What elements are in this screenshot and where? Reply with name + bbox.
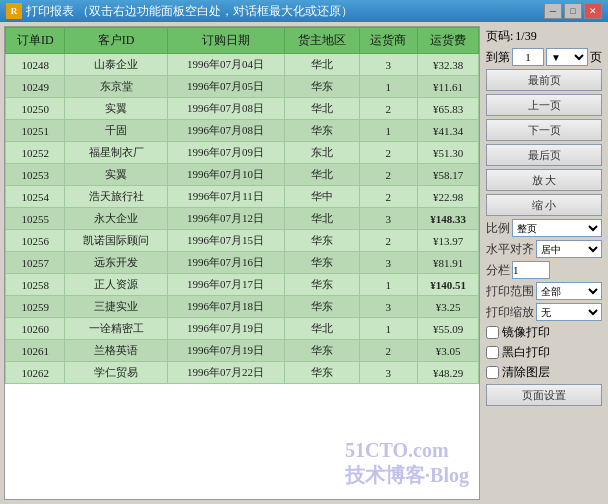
table-row: 10250实翼1996年07月08日华北2¥65.83 xyxy=(6,98,479,120)
table-cell: 华东 xyxy=(284,340,359,362)
table-cell: ¥65.83 xyxy=(418,98,479,120)
table-cell: ¥55.09 xyxy=(418,318,479,340)
table-cell: 10252 xyxy=(6,142,65,164)
table-cell: 10248 xyxy=(6,54,65,76)
zoom-out-button[interactable]: 缩 小 xyxy=(486,194,602,216)
mirror-print-checkbox[interactable] xyxy=(486,326,499,339)
table-cell: 10254 xyxy=(6,186,65,208)
page-select[interactable]: ▼ xyxy=(546,48,588,66)
table-cell: 正人资源 xyxy=(65,274,167,296)
table-cell: 1 xyxy=(359,120,418,142)
table-cell: ¥41.34 xyxy=(418,120,479,142)
table-row: 10256凯诺国际顾问1996年07月15日华东2¥13.97 xyxy=(6,230,479,252)
split-input[interactable] xyxy=(512,261,550,279)
table-cell: 1 xyxy=(359,318,418,340)
split-label: 分栏 xyxy=(486,262,510,279)
table-cell: 1996年07月18日 xyxy=(167,296,284,318)
table-row: 10261兰格英语1996年07月19日华东2¥3.05 xyxy=(6,340,479,362)
table-cell: 华东 xyxy=(284,230,359,252)
table-row: 10260一诠精密工1996年07月19日华北1¥55.09 xyxy=(6,318,479,340)
table-row: 10248山泰企业1996年07月04日华北3¥32.38 xyxy=(6,54,479,76)
table-cell: 10256 xyxy=(6,230,65,252)
table-cell: 3 xyxy=(359,296,418,318)
print-scale-label: 打印缩放 xyxy=(486,304,534,321)
table-panel: 订单ID 客户ID 订购日期 货主地区 运货商 运货费 10248山泰企业199… xyxy=(4,26,480,500)
page-info: 页码: 1/39 xyxy=(486,28,602,45)
table-cell: 10258 xyxy=(6,274,65,296)
table-cell: 1996年07月22日 xyxy=(167,362,284,384)
table-cell: 10250 xyxy=(6,98,65,120)
table-cell: 华东 xyxy=(284,120,359,142)
print-scale-select[interactable]: 无 xyxy=(536,303,602,321)
table-cell: ¥11.61 xyxy=(418,76,479,98)
table-cell: 1 xyxy=(359,274,418,296)
table-cell: 华东 xyxy=(284,274,359,296)
table-cell: 1996年07月15日 xyxy=(167,230,284,252)
table-cell: 福星制衣厂 xyxy=(65,142,167,164)
table-cell: ¥48.29 xyxy=(418,362,479,384)
app-icon: R xyxy=(6,3,22,19)
goto-label: 到第 xyxy=(486,49,510,66)
table-cell: 山泰企业 xyxy=(65,54,167,76)
clear-image-row: 清除图层 xyxy=(486,364,602,381)
table-cell: 华东 xyxy=(284,76,359,98)
page-setup-button[interactable]: 页面设置 xyxy=(486,384,602,406)
table-cell: 三捷实业 xyxy=(65,296,167,318)
last-page-button[interactable]: 最后页 xyxy=(486,144,602,166)
window-title: 打印报表 （双击右边功能面板空白处，对话框最大化或还原） xyxy=(26,3,544,20)
next-page-button[interactable]: 下一页 xyxy=(486,119,602,141)
watermark: 51CTO.com技术博客·Blog xyxy=(345,439,469,489)
table-cell: 华东 xyxy=(284,296,359,318)
col-header-shipper: 运货商 xyxy=(359,28,418,54)
table-cell: ¥13.97 xyxy=(418,230,479,252)
minimize-button[interactable]: ─ xyxy=(544,3,562,19)
table-cell: 1996年07月12日 xyxy=(167,208,284,230)
align-row: 水平对齐 居中 xyxy=(486,240,602,258)
clear-image-checkbox[interactable] xyxy=(486,366,499,379)
table-cell: 10249 xyxy=(6,76,65,98)
goto-input[interactable] xyxy=(512,48,544,66)
col-header-customerid: 客户ID xyxy=(65,28,167,54)
table-cell: 东北 xyxy=(284,142,359,164)
align-select[interactable]: 居中 xyxy=(536,240,602,258)
table-cell: 1996年07月16日 xyxy=(167,252,284,274)
page-label: 页码: xyxy=(486,28,513,45)
black-white-label: 黑白打印 xyxy=(502,344,550,361)
table-cell: 2 xyxy=(359,98,418,120)
col-header-freight: 运货费 xyxy=(418,28,479,54)
table-cell: 1996年07月17日 xyxy=(167,274,284,296)
table-cell: ¥81.91 xyxy=(418,252,479,274)
table-cell: 10261 xyxy=(6,340,65,362)
prev-page-button[interactable]: 上一页 xyxy=(486,94,602,116)
table-cell: 10251 xyxy=(6,120,65,142)
table-cell: 华北 xyxy=(284,208,359,230)
close-button[interactable]: ✕ xyxy=(584,3,602,19)
table-cell: 1996年07月11日 xyxy=(167,186,284,208)
data-table: 订单ID 客户ID 订购日期 货主地区 运货商 运货费 10248山泰企业199… xyxy=(5,27,479,384)
black-white-row: 黑白打印 xyxy=(486,344,602,361)
table-row: 10262学仁贸易1996年07月22日华东3¥48.29 xyxy=(6,362,479,384)
table-cell: 1996年07月04日 xyxy=(167,54,284,76)
goto-row: 到第 ▼ 页 xyxy=(486,48,602,66)
print-range-select[interactable]: 全部 xyxy=(536,282,602,300)
table-cell: 10257 xyxy=(6,252,65,274)
title-bar: R 打印报表 （双击右边功能面板空白处，对话框最大化或还原） ─ □ ✕ xyxy=(0,0,608,22)
table-cell: ¥148.33 xyxy=(418,208,479,230)
zoom-in-button[interactable]: 放 大 xyxy=(486,169,602,191)
clear-image-label: 清除图层 xyxy=(502,364,550,381)
scale-row: 比例 整页 xyxy=(486,219,602,237)
table-cell: 2 xyxy=(359,340,418,362)
table-row: 10257远东开发1996年07月16日华东3¥81.91 xyxy=(6,252,479,274)
first-page-button[interactable]: 最前页 xyxy=(486,69,602,91)
table-cell: 实翼 xyxy=(65,98,167,120)
table-cell: ¥3.05 xyxy=(418,340,479,362)
black-white-checkbox[interactable] xyxy=(486,346,499,359)
table-cell: 1996年07月05日 xyxy=(167,76,284,98)
col-header-region: 货主地区 xyxy=(284,28,359,54)
maximize-button[interactable]: □ xyxy=(564,3,582,19)
table-cell: 东京堂 xyxy=(65,76,167,98)
table-cell: 1 xyxy=(359,76,418,98)
table-row: 10251千固1996年07月08日华东1¥41.34 xyxy=(6,120,479,142)
table-cell: ¥3.25 xyxy=(418,296,479,318)
scale-select[interactable]: 整页 xyxy=(512,219,602,237)
